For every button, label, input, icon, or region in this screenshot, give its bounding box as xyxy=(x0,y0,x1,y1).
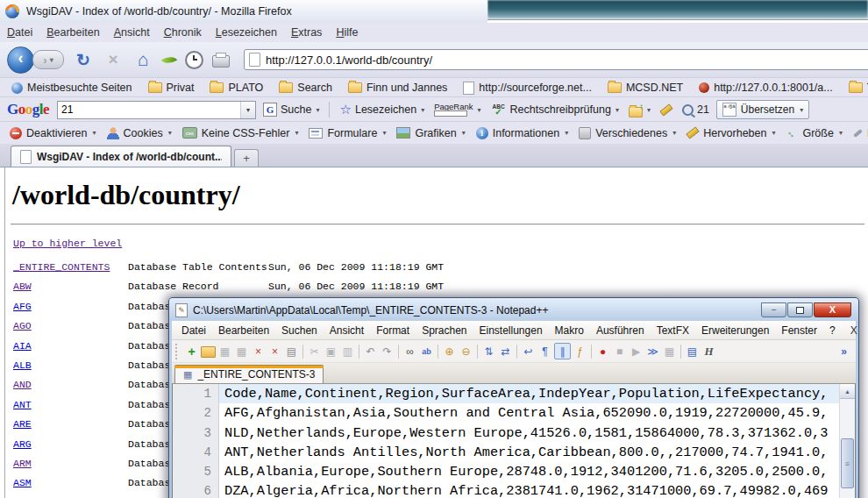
webdev-menu-button[interactable]: Formulare ▾ xyxy=(304,127,390,139)
webdev-menu-button[interactable]: Größe ▾ xyxy=(781,127,846,139)
listing-link[interactable]: AND xyxy=(13,375,128,395)
menu-item[interactable]: Extras xyxy=(284,26,329,39)
show-symbols-icon[interactable]: ¶ xyxy=(537,344,552,359)
webdev-menu-button[interactable]: Keine CSS-Fehler ▾ xyxy=(178,127,303,139)
search-dropdown-icon[interactable]: ▾ xyxy=(240,102,255,118)
listing-link[interactable]: ASM xyxy=(13,473,128,493)
highlighter-button[interactable] xyxy=(658,107,675,113)
menu-item[interactable]: Ansicht xyxy=(107,26,157,39)
notepad-menu-item[interactable]: Suchen xyxy=(275,324,324,337)
find-icon[interactable]: ∞ xyxy=(402,344,417,359)
word-wrap-icon[interactable]: ↩ xyxy=(521,344,536,359)
notepad-menu-item[interactable]: Ausführen xyxy=(590,324,651,337)
close-button[interactable]: X xyxy=(814,302,851,317)
function-list-icon[interactable]: ƒ xyxy=(573,344,587,359)
webdev-menu-button[interactable]: Informationen ▾ xyxy=(472,127,573,139)
macro-stop-icon[interactable]: ■ xyxy=(612,344,627,359)
google-bookmarks-button[interactable]: ☆ Lesezeichen ▾ xyxy=(337,102,427,117)
new-tab-button[interactable]: + xyxy=(234,149,259,167)
bookmark-item[interactable]: Search xyxy=(273,82,338,94)
macro-save-icon[interactable]: ▦ xyxy=(662,344,677,359)
macro-record-icon[interactable]: ● xyxy=(595,344,610,359)
html-preview-icon[interactable]: H xyxy=(701,344,716,359)
notepad-menu-item[interactable]: TextFX xyxy=(651,324,695,337)
notepad-menu-item[interactable]: Datei xyxy=(175,324,212,337)
notepad-menu-item[interactable]: Einstellungen xyxy=(473,324,549,337)
menu-item[interactable]: Bearbeiten xyxy=(39,26,106,39)
notepad-menu-item[interactable]: Makro xyxy=(549,324,590,337)
editor-area[interactable]: 1 Code,Name,Continent,Region,SurfaceArea… xyxy=(172,384,856,498)
webdev-menu-button[interactable]: Deaktivieren ▾ xyxy=(5,127,101,139)
browser-tab[interactable]: WsgiDAV - Index of /world-db/count... xyxy=(11,146,231,167)
redo-icon[interactable]: ↷ xyxy=(380,344,395,359)
history-clock-icon[interactable] xyxy=(185,51,203,69)
replace-icon[interactable]: ab xyxy=(419,344,434,359)
translate-button[interactable]: Übersetzen ▾ xyxy=(716,100,809,119)
notepad-menu-item[interactable]: Format xyxy=(370,324,416,337)
back-icon[interactable] xyxy=(7,46,34,74)
cut-icon[interactable]: ✂ xyxy=(307,344,322,359)
google-search-button[interactable]: G Suche ▾ xyxy=(260,103,322,117)
toolbar-separator[interactable] xyxy=(477,345,478,359)
save-icon[interactable]: ▦ xyxy=(217,344,232,359)
listing-link[interactable]: ARG xyxy=(13,435,128,454)
menu-item[interactable]: Datei xyxy=(0,26,39,39)
toolbar-separator[interactable] xyxy=(302,345,303,359)
doc-switcher-icon[interactable]: ▤ xyxy=(685,344,700,359)
listing-link[interactable]: ARM xyxy=(13,454,128,473)
scroll-up-icon[interactable]: ▲ xyxy=(840,384,855,399)
copy-icon[interactable]: ▣ xyxy=(324,344,338,359)
webdev-menu-button[interactable]: Grafiken ▾ xyxy=(392,127,469,139)
menu-item[interactable]: Chronik xyxy=(157,26,209,39)
bookmark-item[interactable]: Tree Samples xyxy=(843,82,868,94)
open-file-icon[interactable] xyxy=(201,346,216,358)
zoom-in-icon[interactable]: ⊕ xyxy=(442,344,457,359)
listing-link[interactable]: AFG xyxy=(13,297,128,317)
webdev-menu-button[interactable]: Extras ▾ xyxy=(849,127,868,139)
google-search-input[interactable] xyxy=(58,103,240,116)
listing-link[interactable]: ABW xyxy=(13,277,128,296)
menu-item[interactable]: Lesezeichen xyxy=(209,26,284,39)
up-to-higher-level-link[interactable]: Up to higher level xyxy=(13,238,122,249)
print-icon[interactable] xyxy=(212,55,230,68)
forward-icon[interactable] xyxy=(32,50,64,69)
listing-link[interactable]: ANT xyxy=(13,395,128,415)
print-icon[interactable]: ▤ xyxy=(284,344,299,359)
toolbar-separator[interactable] xyxy=(591,345,592,359)
url-bar[interactable]: http://127.0.0.1/world-db/country/ xyxy=(244,49,868,70)
vertical-scrollbar[interactable]: ▲ ≡ xyxy=(839,384,855,498)
notepad-menu-item[interactable]: Bearbeiten xyxy=(212,324,275,337)
bookmark-item[interactable]: PLATO xyxy=(203,82,269,94)
listing-link[interactable]: ARE xyxy=(13,415,128,434)
listing-link[interactable]: AIA xyxy=(13,337,128,356)
word-find-button[interactable]: 21 xyxy=(679,103,712,116)
webdev-menu-button[interactable]: Verschiedenes ▾ xyxy=(574,127,680,139)
bookmark-item[interactable]: Meistbesuchte Seiten xyxy=(5,82,139,94)
toolbar-separator[interactable] xyxy=(359,345,359,359)
toolbar-separator[interactable] xyxy=(516,345,517,359)
bookmark-item[interactable]: Finn und Jannes xyxy=(342,82,453,94)
bookmark-item[interactable]: MCSD.NET xyxy=(601,82,689,94)
scrollbar-thumb[interactable]: ≡ xyxy=(841,438,854,488)
document-close-button[interactable]: X xyxy=(842,324,866,337)
listing-link[interactable]: ATA xyxy=(13,494,128,498)
sage-feed-icon[interactable] xyxy=(161,53,177,66)
notepad-menu-item[interactable]: Sprachen xyxy=(416,324,473,337)
toolbar-separator[interactable] xyxy=(438,345,438,359)
paste-icon[interactable]: ▥ xyxy=(340,344,355,359)
spellcheck-button[interactable]: ABC✓ Rechtschreibprüfung ▾ xyxy=(488,103,622,116)
undo-icon[interactable]: ↶ xyxy=(363,344,378,359)
notepad-menu-item[interactable]: ? xyxy=(823,324,842,337)
bookmark-item[interactable]: Privat xyxy=(142,82,201,94)
macro-run-multiple-icon[interactable]: ≫ xyxy=(645,344,660,359)
notepad-document-tab[interactable]: ▦ _ENTIRE_CONTENTS-3 xyxy=(174,365,324,383)
menu-item[interactable]: Hilfe xyxy=(329,26,365,39)
close-file-icon[interactable]: × xyxy=(251,344,266,359)
webdev-menu-button[interactable]: Hervorheben ▾ xyxy=(682,127,779,139)
autofill-button[interactable]: ▾ xyxy=(626,104,653,116)
listing-link[interactable]: AGO xyxy=(13,317,128,336)
zoom-out-icon[interactable]: ⊖ xyxy=(459,344,473,359)
stop-icon[interactable]: × xyxy=(103,50,124,69)
close-all-icon[interactable]: × xyxy=(267,344,282,359)
bookmark-item[interactable]: http://127.0.0.1:8001/a... xyxy=(693,82,839,94)
